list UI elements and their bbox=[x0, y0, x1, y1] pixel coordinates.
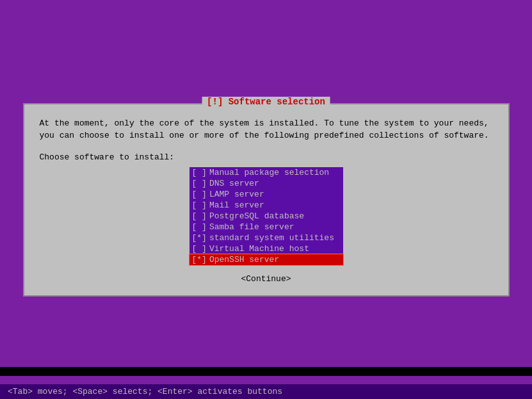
list-item-manual[interactable]: [ ] Manual package selection bbox=[189, 167, 343, 178]
checkbox-standard: [*] bbox=[192, 233, 207, 243]
dialog: [!] Software selection At the moment, on… bbox=[23, 103, 510, 297]
screen: [!] Software selection At the moment, on… bbox=[0, 0, 532, 399]
list-item-vmhost[interactable]: [ ] Virtual Machine host bbox=[189, 243, 343, 254]
label-samba: Samba file server bbox=[209, 222, 294, 232]
choose-label: Choose software to install: bbox=[40, 152, 493, 162]
checkbox-dns: [ ] bbox=[192, 179, 207, 188]
label-vmhost: Virtual Machine host bbox=[209, 244, 309, 254]
list-item-dns[interactable]: [ ] DNS server bbox=[189, 178, 343, 189]
label-postgresql: PostgreSQL database bbox=[209, 211, 304, 221]
list-item-standard[interactable]: [*] standard system utilities bbox=[189, 232, 343, 243]
list-item-samba[interactable]: [ ] Samba file server bbox=[189, 222, 343, 232]
label-lamp: LAMP server bbox=[209, 190, 264, 199]
checkbox-vmhost: [ ] bbox=[192, 244, 207, 254]
dialog-title: [!] Software selection bbox=[202, 97, 330, 107]
description-text: At the moment, only the core of the syst… bbox=[40, 117, 493, 142]
bottom-black-bar bbox=[0, 367, 532, 376]
label-mail: Mail server bbox=[209, 200, 264, 210]
dialog-content: At the moment, only the core of the syst… bbox=[24, 104, 508, 295]
label-openssh: OpenSSH server bbox=[209, 255, 279, 265]
checkbox-samba: [ ] bbox=[192, 222, 207, 232]
checkbox-lamp: [ ] bbox=[192, 190, 207, 199]
list-item-lamp[interactable]: [ ] LAMP server bbox=[189, 189, 343, 200]
list-item-openssh[interactable]: [*] OpenSSH server bbox=[189, 254, 343, 265]
list-item-mail[interactable]: [ ] Mail server bbox=[189, 200, 343, 211]
checkbox-postgresql: [ ] bbox=[192, 211, 207, 221]
label-dns: DNS server bbox=[209, 179, 259, 188]
checkbox-manual: [ ] bbox=[192, 168, 207, 177]
list-item-postgresql[interactable]: [ ] PostgreSQL database bbox=[189, 211, 343, 222]
checkbox-mail: [ ] bbox=[192, 200, 207, 210]
continue-button[interactable]: <Continue> bbox=[236, 273, 296, 285]
software-list: [ ] Manual package selection[ ] DNS serv… bbox=[189, 167, 343, 265]
status-bar: <Tab> moves; <Space> selects; <Enter> ac… bbox=[0, 384, 532, 399]
checkbox-openssh: [*] bbox=[192, 255, 207, 265]
label-manual: Manual package selection bbox=[209, 168, 329, 177]
label-standard: standard system utilities bbox=[209, 233, 334, 243]
continue-button-row: <Continue> bbox=[40, 273, 493, 285]
